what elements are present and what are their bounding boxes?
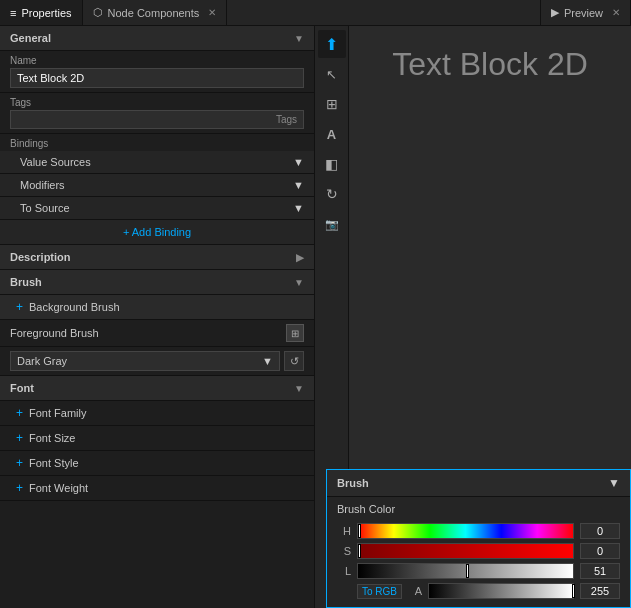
to-source-header[interactable]: To Source ▼ bbox=[0, 197, 314, 220]
hue-row: H bbox=[337, 523, 620, 539]
add-binding-button[interactable]: + Add Binding bbox=[0, 220, 314, 245]
layers-tool-icon: ◧ bbox=[325, 156, 338, 172]
alpha-value-input[interactable] bbox=[580, 583, 620, 599]
font-family-item[interactable]: + Font Family bbox=[0, 401, 314, 426]
hue-label: H bbox=[337, 525, 351, 537]
description-label: Description bbox=[10, 251, 71, 263]
tab-preview[interactable]: ▶ Preview ✕ bbox=[540, 0, 631, 25]
font-size-plus-icon: + bbox=[16, 431, 23, 445]
font-family-label: Font Family bbox=[29, 407, 86, 419]
node-components-icon: ⬡ bbox=[93, 6, 103, 19]
properties-panel: General ▼ Name Tags Tags Bindings Value … bbox=[0, 26, 315, 608]
tab-properties-label: Properties bbox=[21, 7, 71, 19]
value-sources-header[interactable]: Value Sources ▼ bbox=[0, 151, 314, 174]
tool-transform[interactable]: ↻ bbox=[318, 180, 346, 208]
brush-popup-chevron-icon: ▼ bbox=[608, 476, 620, 490]
name-label: Name bbox=[10, 55, 304, 66]
tags-field-row: Tags Tags bbox=[0, 93, 314, 134]
font-label: Font bbox=[10, 382, 34, 394]
color-picker-area: H S bbox=[327, 519, 630, 607]
alpha-bar[interactable] bbox=[428, 583, 574, 599]
brush-chevron-icon: ▼ bbox=[294, 277, 304, 288]
tool-text[interactable]: A bbox=[318, 120, 346, 148]
hue-bar[interactable] bbox=[357, 523, 574, 539]
bindings-label: Bindings bbox=[0, 134, 314, 151]
name-field-row: Name bbox=[0, 51, 314, 93]
color-value-label: Dark Gray bbox=[17, 355, 67, 367]
lightness-row: L bbox=[337, 563, 620, 579]
font-size-item[interactable]: + Font Size bbox=[0, 426, 314, 451]
value-sources-chevron-icon: ▼ bbox=[293, 156, 304, 168]
modifiers-header[interactable]: Modifiers ▼ bbox=[0, 174, 314, 197]
lightness-bar[interactable] bbox=[357, 563, 574, 579]
fg-brush-label: Foreground Brush bbox=[10, 327, 286, 339]
to-rgb-button[interactable]: To RGB bbox=[357, 584, 402, 599]
saturation-label: S bbox=[337, 545, 351, 557]
font-weight-item[interactable]: + Font Weight bbox=[0, 476, 314, 501]
tool-cursor-select[interactable]: ⬆ bbox=[318, 30, 346, 58]
camera-tool-icon: 📷 bbox=[325, 218, 339, 231]
modifiers-label: Modifiers bbox=[20, 179, 65, 191]
alpha-thumb[interactable] bbox=[572, 584, 575, 598]
font-section-header[interactable]: Font ▼ bbox=[0, 376, 314, 401]
preview-panel: ⬆ ↖ ⊞ A ◧ ↻ 📷 bbox=[315, 26, 631, 608]
brush-popup-header: Brush ▼ bbox=[327, 470, 630, 497]
tags-button[interactable]: Tags bbox=[276, 114, 297, 125]
reset-icon: ↺ bbox=[290, 355, 299, 368]
saturation-thumb[interactable] bbox=[358, 544, 361, 558]
modifiers-chevron-icon: ▼ bbox=[293, 179, 304, 191]
color-reset-button[interactable]: ↺ bbox=[284, 351, 304, 371]
font-style-plus-icon: + bbox=[16, 456, 23, 470]
color-dropdown[interactable]: Dark Gray ▼ bbox=[10, 351, 280, 371]
lightness-label: L bbox=[337, 565, 351, 577]
brush-section-header[interactable]: Brush ▼ bbox=[0, 270, 314, 295]
general-section-header[interactable]: General ▼ bbox=[0, 26, 314, 51]
font-family-plus-icon: + bbox=[16, 406, 23, 420]
bg-brush-plus-icon: + bbox=[16, 300, 23, 314]
description-section-header[interactable]: Description ▶ bbox=[0, 245, 314, 270]
tab-bar: ≡ Properties ⬡ Node Components ✕ ▶ Previ… bbox=[0, 0, 631, 26]
tool-layers[interactable]: ◧ bbox=[318, 150, 346, 178]
add-binding-label: + Add Binding bbox=[123, 226, 191, 238]
preview-area: ⬆ ↖ ⊞ A ◧ ↻ 📷 bbox=[315, 26, 631, 608]
grid-icon: ⊞ bbox=[291, 328, 299, 339]
lightness-thumb[interactable] bbox=[466, 564, 469, 578]
saturation-value-input[interactable] bbox=[580, 543, 620, 559]
font-weight-plus-icon: + bbox=[16, 481, 23, 495]
name-input[interactable] bbox=[10, 68, 304, 88]
hue-value-input[interactable] bbox=[580, 523, 620, 539]
fg-brush-row: Foreground Brush ⊞ bbox=[0, 320, 314, 347]
grid-tool-icon: ⊞ bbox=[326, 96, 338, 112]
tab-node-components[interactable]: ⬡ Node Components ✕ bbox=[83, 0, 228, 25]
brush-popup: Brush ▼ Brush Color H bbox=[326, 469, 631, 608]
tool-camera[interactable]: 📷 bbox=[318, 210, 346, 238]
tab-preview-close[interactable]: ✕ bbox=[612, 7, 620, 18]
tab-node-components-close[interactable]: ✕ bbox=[208, 7, 216, 18]
tool-cursor-arrow[interactable]: ↖ bbox=[318, 60, 346, 88]
main-layout: General ▼ Name Tags Tags Bindings Value … bbox=[0, 26, 631, 608]
fg-brush-icon-button[interactable]: ⊞ bbox=[286, 324, 304, 342]
tab-preview-label: Preview bbox=[564, 7, 603, 19]
text-tool-icon: A bbox=[327, 127, 336, 142]
tool-grid[interactable]: ⊞ bbox=[318, 90, 346, 118]
brush-label: Brush bbox=[10, 276, 42, 288]
font-style-label: Font Style bbox=[29, 457, 79, 469]
bg-brush-header[interactable]: + Background Brush bbox=[0, 295, 314, 320]
lightness-value-input[interactable] bbox=[580, 563, 620, 579]
transform-tool-icon: ↻ bbox=[326, 186, 338, 202]
color-dropdown-chevron-icon: ▼ bbox=[262, 355, 273, 367]
hue-thumb[interactable] bbox=[358, 524, 361, 538]
tab-properties[interactable]: ≡ Properties bbox=[0, 0, 83, 25]
saturation-row: S bbox=[337, 543, 620, 559]
brush-popup-title: Brush bbox=[337, 477, 369, 489]
general-label: General bbox=[10, 32, 51, 44]
font-chevron-icon: ▼ bbox=[294, 383, 304, 394]
tags-input[interactable]: Tags bbox=[10, 110, 304, 129]
font-size-label: Font Size bbox=[29, 432, 75, 444]
tab-node-components-label: Node Components bbox=[108, 7, 200, 19]
tags-label: Tags bbox=[10, 97, 304, 108]
brush-color-label: Brush Color bbox=[327, 497, 630, 519]
font-weight-label: Font Weight bbox=[29, 482, 88, 494]
font-style-item[interactable]: + Font Style bbox=[0, 451, 314, 476]
saturation-bar[interactable] bbox=[357, 543, 574, 559]
